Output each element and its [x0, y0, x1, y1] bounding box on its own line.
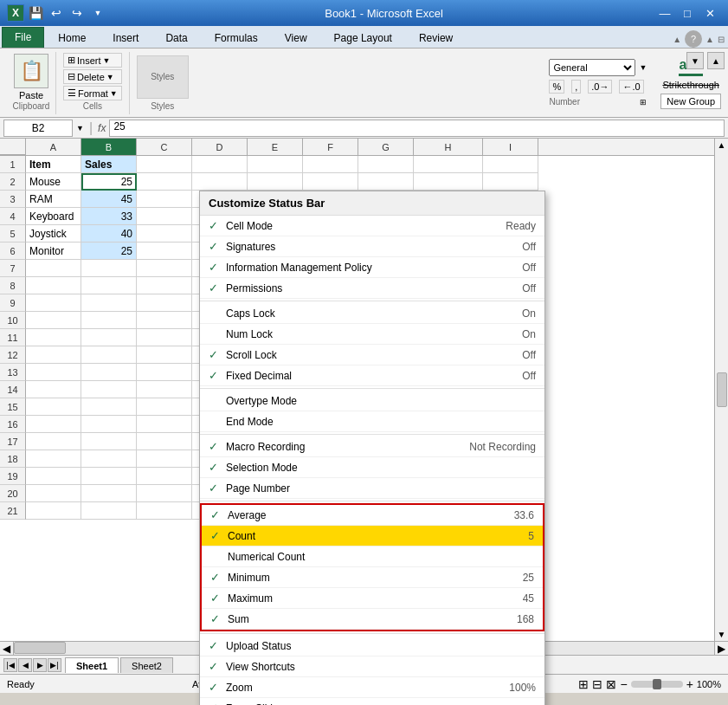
col-header-e[interactable]: E — [248, 139, 303, 155]
zoom-out-btn[interactable]: − — [620, 677, 627, 691]
menu-item-zoom-slider[interactable]: ✓ Zoom Slider — [200, 698, 544, 705]
menu-item-numerical-count[interactable]: Numerical Count — [202, 547, 543, 567]
cell-c15[interactable] — [137, 398, 192, 416]
cell-c6[interactable] — [137, 243, 192, 260]
cell-c4[interactable] — [137, 208, 192, 225]
menu-item-signatures[interactable]: ✓ Signatures Off — [200, 236, 544, 257]
cell-b2[interactable]: 25 — [81, 173, 137, 191]
row-header-15[interactable]: 15 — [0, 398, 26, 416]
cell-b19[interactable] — [81, 468, 137, 485]
cell-a10[interactable] — [26, 312, 81, 329]
paste-btn[interactable]: 📋 — [14, 54, 48, 88]
cell-a3[interactable]: RAM — [26, 191, 81, 208]
menu-item-scroll-lock[interactable]: ✓ Scroll Lock Off — [200, 345, 544, 365]
cell-b12[interactable] — [81, 346, 137, 364]
save-quick-btn[interactable]: 💾 — [26, 3, 45, 23]
col-header-f[interactable]: F — [303, 139, 358, 155]
row-header-4[interactable]: 4 — [0, 208, 26, 225]
cell-a19[interactable] — [26, 468, 81, 485]
menu-item-sum[interactable]: ✓ Sum 168 — [202, 609, 543, 630]
col-header-g[interactable]: G — [358, 139, 414, 155]
cell-c9[interactable] — [137, 294, 192, 312]
view-pagebreak-icon[interactable]: ⊠ — [606, 677, 616, 691]
cell-b11[interactable] — [81, 329, 137, 346]
col-header-h[interactable]: H — [414, 139, 483, 155]
scroll-thumb[interactable] — [717, 372, 727, 407]
cell-h1[interactable] — [414, 156, 483, 173]
minimize-btn[interactable]: — — [654, 2, 676, 24]
cell-a14[interactable] — [26, 381, 81, 398]
tab-formulas[interactable]: Formulas — [202, 28, 271, 48]
help-btn[interactable]: ? — [685, 30, 702, 48]
scroll-right-btn[interactable]: ▶ — [714, 642, 728, 655]
row-header-21[interactable]: 21 — [0, 502, 26, 520]
menu-item-upload-status[interactable]: ✓ Upload Status — [200, 636, 544, 656]
menu-item-permissions[interactable]: ✓ Permissions Off — [200, 278, 544, 299]
number-dialog-icon[interactable]: ⊞ — [640, 98, 647, 107]
cell-a9[interactable] — [26, 294, 81, 312]
scroll-left-btn[interactable]: ◀ — [0, 642, 14, 655]
cell-c19[interactable] — [137, 468, 192, 485]
tab-page-layout[interactable]: Page Layout — [321, 28, 405, 48]
cell-c3[interactable] — [137, 191, 192, 208]
row-header-18[interactable]: 18 — [0, 450, 26, 468]
cell-b14[interactable] — [81, 381, 137, 398]
tab-review[interactable]: Review — [406, 28, 466, 48]
row-header-1[interactable]: 1 — [0, 156, 26, 173]
menu-item-count[interactable]: ✓ Count 5 — [202, 526, 543, 547]
cell-b9[interactable] — [81, 294, 137, 312]
row-header-5[interactable]: 5 — [0, 225, 26, 243]
row-header-19[interactable]: 19 — [0, 468, 26, 485]
menu-item-selection-mode[interactable]: ✓ Selection Mode — [200, 457, 544, 478]
cell-b3[interactable]: 45 — [81, 191, 137, 208]
cell-a16[interactable] — [26, 416, 81, 433]
cell-d2[interactable] — [192, 173, 248, 191]
cell-c5[interactable] — [137, 225, 192, 243]
cell-b21[interactable] — [81, 502, 137, 520]
tab-insert[interactable]: Insert — [100, 28, 151, 48]
sheet-nav-prev[interactable]: ◀ — [18, 658, 32, 672]
scroll-down-btn[interactable]: ▼ — [718, 630, 726, 639]
menu-item-maximum[interactable]: ✓ Maximum 45 — [202, 588, 543, 609]
row-header-11[interactable]: 11 — [0, 329, 26, 346]
cell-c18[interactable] — [137, 450, 192, 468]
ribbon-options-btn[interactable]: ⊟ — [718, 35, 725, 44]
zoom-slider[interactable] — [631, 681, 683, 688]
row-header-9[interactable]: 9 — [0, 294, 26, 312]
formula-input[interactable]: 25 — [109, 120, 725, 137]
sheet-nav-first[interactable]: |◀ — [3, 658, 17, 672]
menu-item-cell-mode[interactable]: ✓ Cell Mode Ready — [200, 216, 544, 236]
cell-i2[interactable] — [483, 173, 538, 191]
vertical-scrollbar[interactable]: ▲ ▼ — [714, 139, 728, 641]
sheet-tab-2[interactable]: Sheet2 — [120, 657, 173, 673]
collapse-ribbon-btn[interactable]: ▲ — [705, 35, 714, 44]
cell-b4[interactable]: 33 — [81, 208, 137, 225]
view-normal-icon[interactable]: ⊞ — [578, 677, 589, 691]
sheet-nav-next[interactable]: ▶ — [33, 658, 47, 672]
cell-d1[interactable] — [192, 156, 248, 173]
cell-c7[interactable] — [137, 260, 192, 277]
menu-item-fixed-decimal[interactable]: ✓ Fixed Decimal Off — [200, 365, 544, 386]
menu-item-caps-lock[interactable]: Caps Lock On — [200, 303, 544, 324]
menu-item-info-mgmt[interactable]: ✓ Information Management Policy Off — [200, 257, 544, 278]
increase-decimal-btn[interactable]: .0→ — [588, 80, 612, 94]
cell-f1[interactable] — [303, 156, 358, 173]
scroll-up-btn[interactable]: ▲ — [718, 140, 726, 150]
cell-c14[interactable] — [137, 381, 192, 398]
view-layout-icon[interactable]: ⊟ — [592, 677, 602, 691]
cell-g2[interactable] — [358, 173, 414, 191]
cell-a15[interactable] — [26, 398, 81, 416]
menu-item-view-shortcuts[interactable]: ✓ View Shortcuts — [200, 656, 544, 677]
cell-c13[interactable] — [137, 364, 192, 381]
cell-a21[interactable] — [26, 502, 81, 520]
undo-quick-btn[interactable]: ↩ — [47, 3, 66, 23]
cell-c17[interactable] — [137, 433, 192, 450]
col-header-i[interactable]: I — [483, 139, 538, 155]
menu-item-macro-recording[interactable]: ✓ Macro Recording Not Recording — [200, 437, 544, 457]
menu-item-num-lock[interactable]: Num Lock On — [200, 324, 544, 345]
cell-g1[interactable] — [358, 156, 414, 173]
cell-h2[interactable] — [414, 173, 483, 191]
ribbon-collapse-btn[interactable]: ▼ — [686, 52, 704, 69]
col-header-c[interactable]: C — [137, 139, 192, 155]
tab-home[interactable]: Home — [45, 28, 99, 48]
